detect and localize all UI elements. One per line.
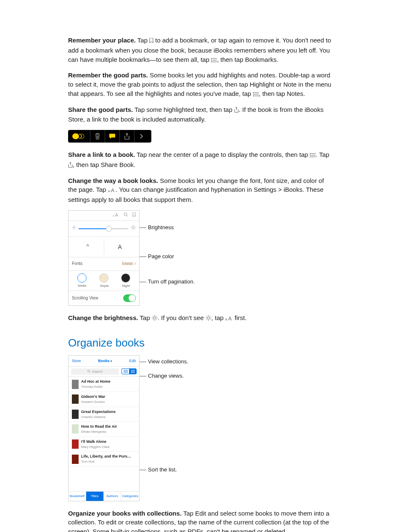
- svg-rect-63: [124, 372, 125, 373]
- slider-track[interactable]: [79, 228, 128, 229]
- svg-point-11: [253, 95, 254, 96]
- text-size-icon[interactable]: AA: [113, 212, 119, 219]
- sort-tab-categories[interactable]: Categories: [121, 492, 139, 501]
- book-author: Howard Gordon: [81, 400, 105, 405]
- brightness-icon: [206, 314, 211, 323]
- swatch-white[interactable]: [77, 273, 87, 283]
- share-icon: [68, 161, 73, 170]
- p2-t2: , then tap Notes.: [259, 90, 305, 97]
- book-author: Charles Dickens: [81, 415, 116, 420]
- p4-bold: Share a link to a book.: [68, 151, 135, 158]
- svg-line-47: [153, 320, 153, 320]
- appearance-panel: AA A A Fonts Iowan ›: [68, 210, 140, 306]
- svg-rect-61: [124, 370, 125, 371]
- library-figure: Store Books Edit Search Ad Hoc at HomeTh…: [68, 355, 333, 501]
- p4-t2: . Tap: [316, 151, 329, 158]
- p7-bold: Organize your books with collections.: [68, 510, 182, 517]
- svg-point-30: [132, 227, 135, 229]
- svg-text:A: A: [113, 214, 114, 217]
- swatch-night[interactable]: [121, 273, 130, 283]
- highlight-color-icon[interactable]: [71, 130, 90, 143]
- trash-icon[interactable]: [90, 130, 105, 143]
- list-icon: [310, 151, 316, 160]
- appearance-callouts: Brightness Page color Turn off paginatio…: [140, 210, 195, 286]
- share-icon[interactable]: [119, 130, 134, 143]
- book-row[interactable]: Gideon's WarHoward Gordon: [69, 392, 139, 407]
- search-input[interactable]: Search: [71, 368, 119, 375]
- svg-point-25: [73, 227, 75, 228]
- list-spacer: [69, 467, 139, 491]
- share-icon: [234, 106, 239, 115]
- book-title: Ad Hoc at Home: [81, 379, 111, 384]
- svg-rect-62: [126, 370, 128, 371]
- p3-bold: Share the good parts.: [68, 106, 133, 113]
- p3-t1: Tap some highlighted text, then tap: [133, 106, 234, 113]
- note-icon[interactable]: [105, 130, 119, 143]
- svg-line-35: [132, 226, 132, 226]
- appearance-figure: AA A A Fonts Iowan ›: [68, 210, 333, 306]
- view-mode-toggle[interactable]: [121, 368, 137, 374]
- svg-text:A: A: [111, 188, 114, 193]
- paragraph-change-look: Change the way a book looks. Some books …: [68, 176, 333, 204]
- book-cover: [72, 424, 79, 434]
- swatch-sepia[interactable]: [99, 273, 108, 283]
- fonts-row[interactable]: Fonts Iowan ›: [69, 257, 139, 271]
- p6-bold: Change the brightness.: [68, 314, 138, 321]
- bookmark-icon[interactable]: [132, 212, 136, 219]
- page-color-row: White Sepia Night: [69, 271, 139, 291]
- svg-point-17: [310, 155, 311, 156]
- callout-change-views: Change views.: [148, 372, 184, 380]
- svg-point-59: [87, 370, 90, 372]
- library-top-bar: Store Books Edit: [69, 356, 139, 367]
- svg-point-9: [253, 92, 254, 93]
- scrolling-view-row: Scrolling View: [69, 291, 139, 305]
- svg-point-4: [211, 60, 212, 61]
- brightness-slider[interactable]: [69, 221, 139, 237]
- svg-line-44: [153, 316, 153, 317]
- book-row[interactable]: Great ExpectationsCharles Dickens: [69, 407, 139, 422]
- store-button[interactable]: Store: [72, 358, 81, 364]
- edit-button[interactable]: Edit: [129, 358, 136, 364]
- callout-page-color: Page color: [148, 253, 174, 261]
- book-row[interactable]: I'll Walk AloneMary Higgins Clark: [69, 437, 139, 452]
- fonts-label: Fonts: [72, 261, 82, 267]
- bookmark-icon: [149, 37, 153, 46]
- library-panel: Store Books Edit Search Ad Hoc at HomeTh…: [68, 355, 140, 501]
- svg-line-54: [210, 320, 211, 320]
- book-cover: [72, 410, 79, 419]
- brightness-icon: [152, 314, 158, 323]
- font-larger-button[interactable]: A: [104, 239, 136, 254]
- svg-line-37: [135, 226, 135, 226]
- svg-line-56: [206, 320, 207, 320]
- p6-t4: first.: [233, 314, 247, 321]
- list-view-icon[interactable]: [129, 368, 137, 374]
- p1-t3: , then tap Bookmarks.: [217, 56, 278, 63]
- p1-bold: Remember your place.: [68, 37, 136, 44]
- svg-point-23: [124, 213, 127, 216]
- sort-tab-bookshelf[interactable]: Bookshelf: [69, 492, 86, 501]
- callout-pagination: Turn off pagination.: [148, 278, 195, 286]
- book-row[interactable]: Life, Liberty, and the Purs…Tom Holt: [69, 452, 139, 467]
- more-chevron-icon[interactable]: [134, 130, 149, 143]
- svg-point-10: [253, 94, 254, 95]
- book-title: Life, Liberty, and the Purs…: [81, 454, 131, 459]
- scrolling-view-toggle[interactable]: [123, 294, 136, 302]
- book-row[interactable]: How to Read the AirDinaw Mengestu: [69, 422, 139, 437]
- section-organize-books: Organize books: [68, 335, 333, 351]
- brightness-low-icon: [72, 225, 76, 232]
- p6-t1: Tap: [138, 314, 152, 321]
- collection-dropdown[interactable]: Books: [98, 358, 112, 364]
- svg-line-46: [156, 316, 157, 317]
- book-row[interactable]: Ad Hoc at HomeThomas Keller: [69, 377, 139, 392]
- book-title: Gideon's War: [81, 394, 105, 400]
- library-callouts: View collections. Change views. Sort the…: [140, 355, 188, 474]
- library-sort-tabs: BookshelfTitlesAuthorsCategories: [69, 491, 139, 501]
- sort-tab-titles[interactable]: Titles: [86, 492, 104, 501]
- font-size-row[interactable]: A A: [69, 237, 139, 257]
- grid-view-icon[interactable]: [121, 368, 129, 374]
- search-icon[interactable]: [124, 212, 128, 219]
- font-smaller-button[interactable]: A: [72, 239, 104, 254]
- book-list: Ad Hoc at HomeThomas KellerGideon's WarH…: [69, 377, 139, 467]
- sort-tab-authors[interactable]: Authors: [104, 492, 121, 501]
- slider-knob[interactable]: [106, 226, 112, 232]
